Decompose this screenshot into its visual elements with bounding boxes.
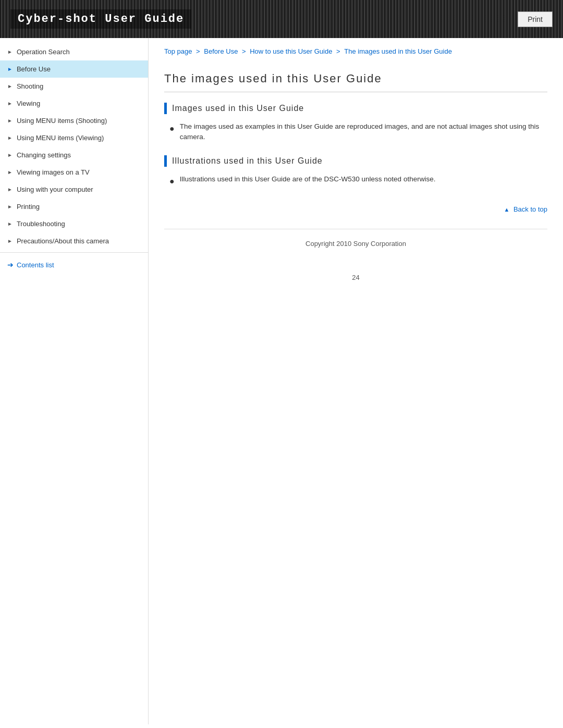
back-to-top-label: Back to top bbox=[513, 205, 547, 213]
sidebar-item-label-11: Precautions/About this camera bbox=[17, 237, 109, 245]
breadcrumb-sep-0: > bbox=[194, 47, 202, 55]
breadcrumb-item-3[interactable]: The images used in this User Guide bbox=[344, 47, 452, 55]
sidebar-arrow-icon-5: ► bbox=[7, 135, 13, 141]
back-to-top-link[interactable]: ▲ Back to top bbox=[164, 200, 547, 218]
sidebar-item-10[interactable]: ►Troubleshooting bbox=[0, 215, 148, 232]
breadcrumb-item-1[interactable]: Before Use bbox=[204, 47, 238, 55]
breadcrumb-sep-2: > bbox=[334, 47, 342, 55]
breadcrumb-item-2[interactable]: How to use this User Guide bbox=[250, 47, 332, 55]
section-images-section: Images used in this User Guide●The image… bbox=[164, 103, 547, 143]
sidebar-item-label-4: Using MENU items (Shooting) bbox=[17, 117, 107, 125]
breadcrumb-item-0[interactable]: Top page bbox=[164, 47, 192, 55]
sidebar-item-label-9: Printing bbox=[17, 203, 40, 211]
bullet-item-0-0: ●The images used as examples in this Use… bbox=[169, 121, 547, 143]
sidebar-item-6[interactable]: ►Changing settings bbox=[0, 146, 148, 164]
sidebar-arrow-icon-2: ► bbox=[7, 83, 13, 89]
sidebar-item-3[interactable]: ►Viewing bbox=[0, 95, 148, 112]
section-heading-1: Illustrations used in this User Guide bbox=[164, 155, 547, 167]
bullet-list-1: ●Illustrations used in this User Guide a… bbox=[164, 174, 547, 188]
sidebar-item-2[interactable]: ►Shooting bbox=[0, 78, 148, 95]
sidebar-item-label-0: Operation Search bbox=[17, 48, 70, 56]
header: Cyber-shot User Guide Print bbox=[0, 0, 563, 38]
breadcrumb-sep-1: > bbox=[240, 47, 248, 55]
sidebar-divider bbox=[0, 252, 148, 253]
copyright-text: Copyright 2010 Sony Corporation bbox=[305, 240, 406, 248]
breadcrumb: Top page > Before Use > How to use this … bbox=[164, 38, 547, 61]
main-layout: ►Operation Search►Before Use►Shooting►Vi… bbox=[0, 38, 563, 724]
sidebar-arrow-icon-0: ► bbox=[7, 49, 13, 55]
blue-bar-icon-1 bbox=[164, 155, 167, 167]
sidebar-arrow-icon-8: ► bbox=[7, 187, 13, 192]
section-illustrations-section: Illustrations used in this User Guide●Il… bbox=[164, 155, 547, 188]
bullet-text-0-0: The images used as examples in this User… bbox=[180, 121, 547, 143]
section-heading-text-1: Illustrations used in this User Guide bbox=[172, 156, 323, 166]
sidebar: ►Operation Search►Before Use►Shooting►Vi… bbox=[0, 38, 149, 724]
blue-bar-icon-0 bbox=[164, 103, 167, 114]
sidebar-arrow-icon-4: ► bbox=[7, 118, 13, 124]
section-heading-text-0: Images used in this User Guide bbox=[172, 104, 304, 113]
main-content: Top page > Before Use > How to use this … bbox=[149, 38, 563, 724]
bullet-icon-1-0: ● bbox=[169, 175, 175, 188]
sidebar-item-label-6: Changing settings bbox=[17, 151, 71, 159]
sidebar-item-label-7: Viewing images on a TV bbox=[17, 168, 90, 176]
arrow-right-icon: ➔ bbox=[7, 261, 14, 269]
page-title: The images used in this User Guide bbox=[164, 61, 547, 92]
sidebar-item-label-5: Using MENU items (Viewing) bbox=[17, 134, 104, 142]
sidebar-arrow-icon-7: ► bbox=[7, 169, 13, 175]
sidebar-item-label-3: Viewing bbox=[17, 100, 40, 107]
bullet-text-1-0: Illustrations used in this User Guide ar… bbox=[180, 174, 436, 184]
sidebar-item-7[interactable]: ►Viewing images on a TV bbox=[0, 164, 148, 181]
section-heading-0: Images used in this User Guide bbox=[164, 103, 547, 114]
sidebar-item-1[interactable]: ►Before Use bbox=[0, 60, 148, 78]
sidebar-arrow-icon-11: ► bbox=[7, 238, 13, 244]
back-to-top-icon: ▲ bbox=[504, 206, 509, 213]
app-title: Cyber-shot User Guide bbox=[10, 9, 191, 29]
sidebar-item-5[interactable]: ►Using MENU items (Viewing) bbox=[0, 129, 148, 146]
sidebar-arrow-icon-3: ► bbox=[7, 101, 13, 106]
sidebar-item-4[interactable]: ►Using MENU items (Shooting) bbox=[0, 112, 148, 129]
contents-list-link[interactable]: ➔ Contents list bbox=[0, 255, 148, 274]
page-number: 24 bbox=[164, 263, 547, 292]
sidebar-item-label-8: Using with your computer bbox=[17, 186, 93, 193]
bullet-icon-0-0: ● bbox=[169, 122, 175, 135]
sidebar-arrow-icon-1: ► bbox=[7, 66, 13, 72]
bullet-list-0: ●The images used as examples in this Use… bbox=[164, 121, 547, 143]
sidebar-item-label-2: Shooting bbox=[17, 82, 43, 90]
sidebar-item-11[interactable]: ►Precautions/About this camera bbox=[0, 232, 148, 250]
sidebar-arrow-icon-10: ► bbox=[7, 221, 13, 227]
bullet-item-1-0: ●Illustrations used in this User Guide a… bbox=[169, 174, 547, 188]
sidebar-arrow-icon-6: ► bbox=[7, 152, 13, 158]
print-button[interactable]: Print bbox=[518, 11, 553, 27]
sidebar-item-0[interactable]: ►Operation Search bbox=[0, 43, 148, 60]
contents-list-label: Contents list bbox=[17, 261, 54, 269]
sidebar-item-8[interactable]: ►Using with your computer bbox=[0, 181, 148, 198]
footer: Copyright 2010 Sony Corporation bbox=[164, 229, 547, 263]
sidebar-item-label-1: Before Use bbox=[17, 65, 51, 73]
sidebar-arrow-icon-9: ► bbox=[7, 204, 13, 209]
sidebar-item-label-10: Troubleshooting bbox=[17, 220, 65, 228]
sidebar-item-9[interactable]: ►Printing bbox=[0, 198, 148, 215]
